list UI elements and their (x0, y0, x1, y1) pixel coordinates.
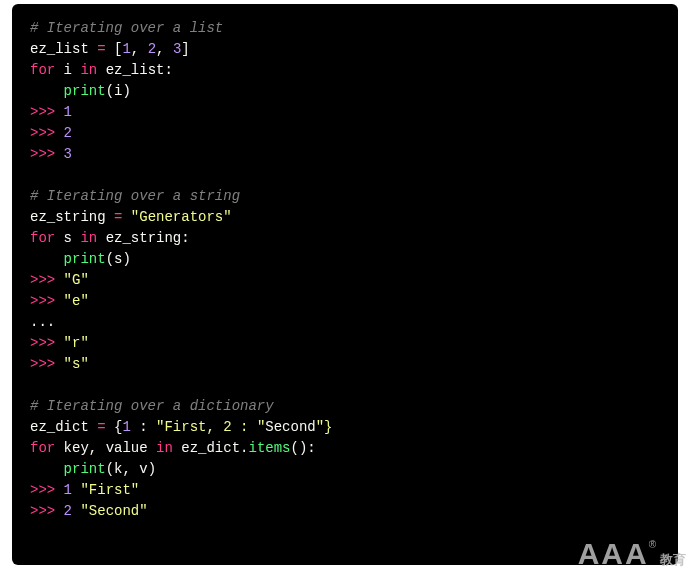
code-line: # Iterating over a dictionary (30, 396, 660, 417)
code-line: print(k, v) (30, 459, 660, 480)
code-line: # Iterating over a list (30, 18, 660, 39)
comment: # Iterating over a dictionary (30, 398, 274, 414)
blank-line (30, 165, 660, 186)
watermark-text: 教育 (660, 551, 686, 569)
output-line: >>> 1 (30, 102, 660, 123)
comment: # Iterating over a string (30, 188, 240, 204)
output-line: >>> 2 "Second" (30, 501, 660, 522)
comment: # Iterating over a list (30, 20, 223, 36)
code-line: ez_list = [1, 2, 3] (30, 39, 660, 60)
output-line: >>> "G" (30, 270, 660, 291)
code-line: print(i) (30, 81, 660, 102)
code-line: ez_dict = {1 : "First, 2 : "Second"} (30, 417, 660, 438)
output-line: >>> "e" (30, 291, 660, 312)
output-line: >>> 2 (30, 123, 660, 144)
output-line: >>> "r" (30, 333, 660, 354)
output-line: >>> "s" (30, 354, 660, 375)
blank-line (30, 375, 660, 396)
output-line: ... (30, 312, 660, 333)
code-line: for key, value in ez_dict.items(): (30, 438, 660, 459)
code-line: ez_string = "Generators" (30, 207, 660, 228)
code-line: # Iterating over a string (30, 186, 660, 207)
output-line: >>> 3 (30, 144, 660, 165)
registered-icon: ® (649, 539, 656, 550)
code-block: # Iterating over a list ez_list = [1, 2,… (12, 4, 678, 565)
watermark: AAA ® 教育 (578, 539, 686, 569)
code-line: for s in ez_string: (30, 228, 660, 249)
watermark-logo: AAA (578, 539, 649, 569)
code-line: for i in ez_list: (30, 60, 660, 81)
code-line: print(s) (30, 249, 660, 270)
output-line: >>> 1 "First" (30, 480, 660, 501)
